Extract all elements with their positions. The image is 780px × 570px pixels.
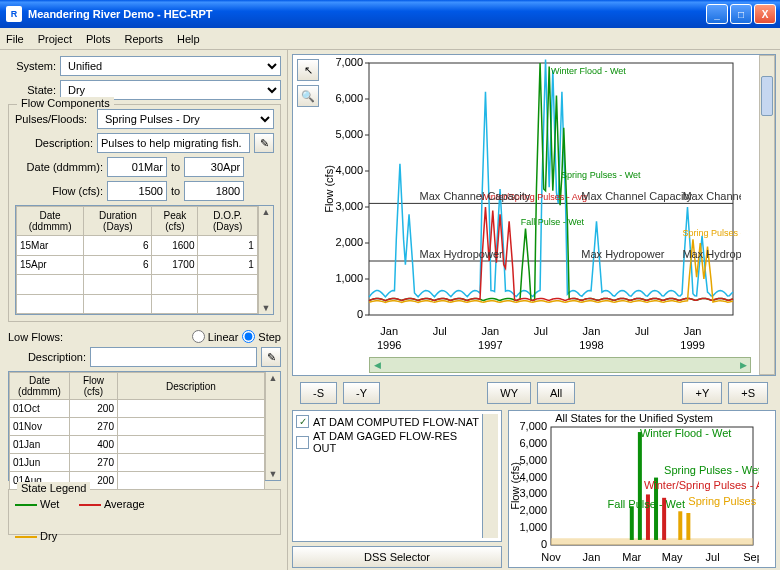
minus-s-button[interactable]: -S	[300, 382, 337, 404]
lowflows-table-scrollbar[interactable]: ▲▼	[265, 372, 280, 480]
small-chart[interactable]: All States for the Unified System01,0002…	[508, 410, 776, 568]
pointer-icon: ↖	[304, 64, 313, 77]
svg-text:Jul: Jul	[706, 551, 720, 563]
lf-description-input[interactable]	[90, 347, 257, 367]
svg-rect-59	[551, 538, 753, 545]
svg-text:Jul: Jul	[433, 325, 447, 337]
menu-help[interactable]: Help	[177, 33, 200, 45]
svg-text:Jan: Jan	[380, 325, 398, 337]
window-title: Meandering River Demo - HEC-RPT	[28, 8, 706, 20]
minus-y-button[interactable]: -Y	[343, 382, 380, 404]
lf-col-flow: Flow (cfs)	[70, 373, 118, 400]
lowflows-table[interactable]: Date (ddmmm) Flow (cfs) Description 01Oc…	[9, 372, 265, 490]
menu-plots[interactable]: Plots	[86, 33, 110, 45]
col-dop: D.O.P. (Days)	[198, 207, 257, 236]
svg-text:Jan: Jan	[684, 325, 702, 337]
lf-col-date: Date (ddmmm)	[10, 373, 70, 400]
linear-radio[interactable]: Linear	[192, 330, 239, 343]
description-input[interactable]	[97, 133, 250, 153]
svg-text:Winter Flood - Wet: Winter Flood - Wet	[640, 427, 732, 439]
right-panel: ↖ 🔍 01,0002,0003,0004,0005,0006,0007,000…	[288, 50, 780, 570]
system-label: System:	[8, 60, 56, 72]
table-row[interactable]: 15Apr617001	[17, 255, 258, 274]
flow-components-title: Flow Components	[17, 97, 114, 109]
col-peak: Peak (cfs)	[152, 207, 198, 236]
minimize-button[interactable]: _	[706, 4, 728, 24]
svg-text:4,000: 4,000	[519, 471, 547, 483]
svg-text:Fall Pulse - Wet: Fall Pulse - Wet	[608, 498, 685, 510]
pulses-table-scrollbar[interactable]: ▲▼	[258, 206, 273, 314]
step-radio[interactable]: Step	[242, 330, 281, 343]
svg-text:7,000: 7,000	[519, 420, 547, 432]
svg-text:7,000: 7,000	[335, 56, 363, 68]
svg-text:Jul: Jul	[534, 325, 548, 337]
plus-s-button[interactable]: +S	[728, 382, 768, 404]
svg-text:Nov: Nov	[541, 551, 561, 563]
date-to-label: to	[171, 161, 180, 173]
flow-from-input[interactable]	[107, 181, 167, 201]
titlebar: R Meandering River Demo - HEC-RPT _ □ X	[0, 0, 780, 28]
date-to-input[interactable]	[184, 157, 244, 177]
svg-text:2,000: 2,000	[519, 504, 547, 516]
edit-description-button[interactable]: ✎	[254, 133, 274, 153]
svg-text:1996: 1996	[377, 339, 401, 351]
table-row[interactable]: 15Mar616001	[17, 236, 258, 255]
svg-text:4,000: 4,000	[335, 164, 363, 176]
checklist-scrollbar[interactable]	[482, 414, 498, 538]
menu-file[interactable]: File	[6, 33, 24, 45]
zoom-tool[interactable]: 🔍	[297, 85, 319, 107]
checkbox-checked-icon[interactable]: ✓	[296, 415, 309, 428]
series-checklist: ✓ AT DAM COMPUTED FLOW-NAT AT DAM GAGED …	[292, 410, 502, 542]
maximize-button[interactable]: □	[730, 4, 752, 24]
svg-text:Max Hydropower: Max Hydropower	[682, 248, 741, 260]
svg-text:Max Hydropower: Max Hydropower	[581, 248, 664, 260]
svg-text:Winter Flood - Wet: Winter Flood - Wet	[551, 66, 626, 76]
svg-text:3,000: 3,000	[519, 487, 547, 499]
svg-text:Spring Pulses - Dry: Spring Pulses - Dry	[688, 495, 759, 507]
state-label: State:	[8, 84, 56, 96]
svg-text:Max Channel Capacity: Max Channel Capacity	[682, 190, 741, 202]
menu-project[interactable]: Project	[38, 33, 72, 45]
table-row[interactable]	[17, 294, 258, 313]
chart-hscroll[interactable]: ◀▶	[369, 357, 751, 373]
checkbox-unchecked-icon[interactable]	[296, 436, 309, 449]
main-plot-area[interactable]: 01,0002,0003,0004,0005,0006,0007,0001996…	[321, 55, 759, 375]
plus-y-button[interactable]: +Y	[682, 382, 722, 404]
table-row[interactable]: 01Jan400	[10, 436, 265, 454]
table-row[interactable]: 01Jun270	[10, 454, 265, 472]
all-button[interactable]: All	[537, 382, 575, 404]
svg-text:6,000: 6,000	[335, 92, 363, 104]
close-button[interactable]: X	[754, 4, 776, 24]
svg-text:1,000: 1,000	[335, 272, 363, 284]
menu-reports[interactable]: Reports	[124, 33, 163, 45]
series-check-row[interactable]: AT DAM GAGED FLOW-RES OUT	[296, 429, 482, 455]
svg-text:1998: 1998	[579, 339, 603, 351]
table-row[interactable]: 01Nov270	[10, 418, 265, 436]
pulses-select[interactable]: Spring Pulses - Dry	[97, 109, 274, 129]
svg-text:Sep: Sep	[743, 551, 759, 563]
flow-to-input[interactable]	[184, 181, 244, 201]
scroll-up-icon: ▲	[268, 372, 277, 384]
svg-text:Fall Pulse - Wet: Fall Pulse - Wet	[521, 217, 585, 227]
svg-text:5,000: 5,000	[335, 128, 363, 140]
dss-selector-button[interactable]: DSS Selector	[292, 546, 502, 568]
system-select[interactable]: Unified	[60, 56, 281, 76]
date-from-input[interactable]	[107, 157, 167, 177]
pointer-tool[interactable]: ↖	[297, 59, 319, 81]
svg-text:Jan: Jan	[481, 325, 499, 337]
svg-text:5,000: 5,000	[519, 454, 547, 466]
wy-button[interactable]: WY	[487, 382, 531, 404]
col-duration: Duration (Days)	[84, 207, 152, 236]
svg-text:May: May	[662, 551, 683, 563]
col-date: Date (ddmmm)	[17, 207, 84, 236]
table-row[interactable]	[17, 275, 258, 294]
svg-text:Max Channel Capacity: Max Channel Capacity	[420, 190, 531, 202]
main-chart: ↖ 🔍 01,0002,0003,0004,0005,0006,0007,000…	[292, 54, 776, 376]
svg-text:Flow (cfs): Flow (cfs)	[323, 165, 335, 213]
svg-text:Jul: Jul	[635, 325, 649, 337]
edit-lf-description-button[interactable]: ✎	[261, 347, 281, 367]
series-check-row[interactable]: ✓ AT DAM COMPUTED FLOW-NAT	[296, 414, 482, 429]
chart-vscroll[interactable]	[759, 55, 775, 375]
pulses-table[interactable]: Date (ddmmm) Duration (Days) Peak (cfs) …	[16, 206, 258, 314]
table-row[interactable]: 01Oct200	[10, 400, 265, 418]
